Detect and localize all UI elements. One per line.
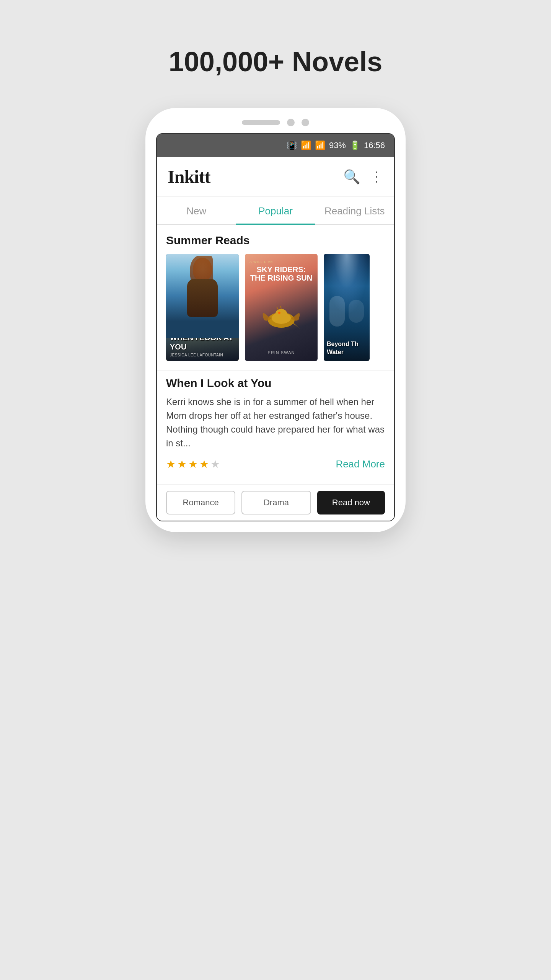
battery-percentage: 93% [329,140,346,150]
book-cover-2-subtitle: A WILL LIVE [249,260,313,264]
phone-sensor-area [156,119,395,126]
app-logo: Inkitt [168,166,210,187]
star-rating: ★ ★ ★ ★ ★ [166,458,220,470]
search-icon[interactable]: 🔍 [343,169,360,185]
svg-point-2 [276,309,287,318]
tab-new[interactable]: New [157,197,236,224]
read-more-link[interactable]: Read More [336,458,385,470]
book-cover-3-title: Beyond Th Water [327,340,367,356]
book-cover-2-top: A WILL LIVE Sky Riders: The Rising Sun [249,260,313,282]
book-carousel[interactable]: When I Look At You Jessica Lee LaFountai… [157,254,394,370]
tab-bar: New Popular Reading Lists [157,197,394,225]
selected-book-description: Kerri knows she is in for a summer of he… [166,395,385,450]
star-2: ★ [177,458,187,470]
book-cover-2-author: Erin Swan [249,350,313,355]
clock: 16:56 [364,140,385,150]
read-now-button[interactable]: Read now [317,491,385,514]
book-rating-row: ★ ★ ★ ★ ★ Read More [166,458,385,470]
selected-book-title: When I Look at You [166,377,385,390]
tab-reading-lists[interactable]: Reading Lists [315,197,394,224]
drama-button[interactable]: Drama [241,491,311,514]
sensor-dot-1 [287,119,295,126]
svg-point-3 [278,312,280,314]
status-icons: 📳 📶 📶 93% 🔋 16:56 [287,140,385,150]
section-title: Summer Reads [157,234,394,254]
book-info: When I Look at You Kerri knows she is in… [157,370,394,484]
romance-button[interactable]: Romance [166,491,235,514]
app-header: Inkitt 🔍 ⋮ [157,157,394,197]
main-content: Summer Reads [157,225,394,521]
sensor-dot-2 [302,119,309,126]
bottom-action-bar: Romance Drama Read now [157,484,394,521]
book-cover-2-title: Sky Riders: The Rising Sun [249,265,313,282]
header-icons: 🔍 ⋮ [343,169,383,185]
signal-icon: 📶 [315,140,325,150]
book-cover-1[interactable]: When I Look At You Jessica Lee LaFountai… [166,254,239,361]
phone-screen: 📳 📶 📶 93% 🔋 16:56 Inkitt 🔍 ⋮ New Popular [156,133,395,521]
status-bar: 📳 📶 📶 93% 🔋 16:56 [157,134,394,157]
more-menu-icon[interactable]: ⋮ [370,169,383,185]
wifi-icon: 📶 [301,140,311,150]
star-1: ★ [166,458,176,470]
vibrate-icon: 📳 [287,140,297,150]
battery-icon: 🔋 [350,140,360,150]
phone-frame: 📳 📶 📶 93% 🔋 16:56 Inkitt 🔍 ⋮ New Popular [145,108,406,532]
book-cover-1-author: Jessica Lee LaFountain [170,353,235,357]
star-3: ★ [188,458,198,470]
star-5: ★ [210,458,220,470]
page-headline: 100,000+ Novels [169,46,382,77]
dragon-illustration [258,299,304,333]
tab-popular[interactable]: Popular [236,197,315,224]
book-cover-1-background [166,254,239,338]
star-4: ★ [199,458,209,470]
book-cover-3[interactable]: Beyond Th Water [324,254,370,361]
sensor-pill [242,120,280,125]
book-cover-2[interactable]: A WILL LIVE Sky Riders: The Rising Sun [245,254,318,361]
